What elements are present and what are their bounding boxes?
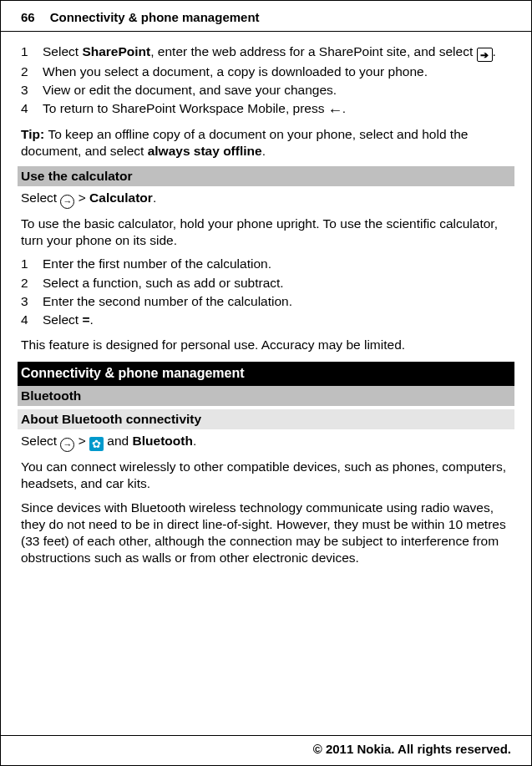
bluetooth-paragraph-2: Since devices with Bluetooth wireless te…: [21, 500, 511, 567]
calculator-steps: 1 Enter the first number of the calculat…: [21, 256, 511, 328]
bold-term: SharePoint: [82, 44, 150, 58]
list-item: 4 Select =.: [21, 312, 511, 328]
calculator-note: This feature is designed for personal us…: [21, 337, 511, 353]
step-text: Enter the second number of the calculati…: [43, 293, 511, 310]
page-footer: © 2011 Nokia. All rights reserved.: [1, 735, 531, 766]
step-number: 2: [21, 275, 43, 292]
list-item: 2 When you select a document, a copy is …: [21, 63, 511, 80]
step-text: Select =.: [43, 312, 511, 328]
list-item: 1 Select SharePoint, enter the web addre…: [21, 43, 511, 63]
step-number: 1: [21, 43, 43, 63]
list-item: 3 Enter the second number of the calcula…: [21, 293, 511, 310]
step-number: 3: [21, 293, 43, 310]
calculator-select-line: Select → > Calculator.: [21, 190, 511, 209]
calculator-description: To use the basic calculator, hold your p…: [21, 216, 511, 249]
step-number: 4: [21, 312, 43, 328]
step-text: Select a function, such as add or subtra…: [43, 275, 511, 292]
text-fragment: .: [262, 144, 266, 158]
step-number: 1: [21, 256, 43, 272]
step-number: 3: [21, 82, 43, 99]
text-fragment: Select: [21, 434, 60, 448]
list-item: 3 View or edit the document, and save yo…: [21, 82, 511, 99]
start-circle-icon: →: [60, 438, 74, 452]
sharepoint-steps: 1 Select SharePoint, enter the web addre…: [21, 43, 511, 118]
text-fragment: Select: [43, 312, 82, 327]
text-fragment: .: [153, 190, 156, 205]
calculator-heading: Use the calculator: [18, 166, 514, 186]
step-text: To return to SharePoint Workspace Mobile…: [43, 100, 511, 118]
step-number: 2: [21, 63, 43, 80]
go-arrow-icon: ➔: [477, 48, 493, 62]
step-number: 4: [21, 100, 43, 118]
text-fragment: Select: [43, 44, 82, 58]
step-text: Select SharePoint, enter the web address…: [43, 43, 511, 63]
step-text: When you select a document, a copy is do…: [43, 63, 511, 80]
connectivity-heading: Connectivity & phone management: [18, 362, 514, 386]
page-content: 1 Select SharePoint, enter the web addre…: [1, 32, 531, 567]
text-fragment: and: [104, 434, 132, 448]
bold-term: Bluetooth: [133, 434, 193, 448]
text-fragment: >: [74, 190, 89, 205]
settings-icon: ✿: [89, 437, 104, 451]
bluetooth-select-line: Select → > ✿ and Bluetooth.: [21, 433, 511, 452]
header-title: Connectivity & phone management: [50, 9, 260, 26]
step-text: Enter the first number of the calculatio…: [43, 256, 511, 272]
text-fragment: Select: [21, 190, 60, 205]
tip-label: Tip:: [21, 127, 48, 141]
bluetooth-heading: Bluetooth: [18, 386, 514, 406]
bluetooth-paragraph-1: You can connect wirelessly to other comp…: [21, 459, 511, 492]
bold-term: Calculator: [89, 190, 153, 205]
back-arrow-icon: ←: [328, 104, 342, 118]
start-circle-icon: →: [60, 195, 74, 209]
text-fragment: >: [74, 434, 89, 448]
text-fragment: To return to SharePoint Workspace Mobile…: [43, 101, 328, 115]
list-item: 2 Select a function, such as add or subt…: [21, 275, 511, 292]
step-text: View or edit the document, and save your…: [43, 82, 511, 99]
page-number: 66: [21, 9, 35, 26]
text-fragment: .: [89, 312, 93, 327]
text-fragment: , enter the web address for a SharePoint…: [150, 44, 476, 58]
page-header: 66 Connectivity & phone management: [1, 1, 531, 32]
list-item: 1 Enter the first number of the calculat…: [21, 256, 511, 272]
list-item: 4 To return to SharePoint Workspace Mobi…: [21, 100, 511, 118]
text-fragment: .: [193, 434, 196, 448]
tip-paragraph: Tip: To keep an offline copy of a docume…: [21, 126, 511, 160]
bold-term: always stay offline: [148, 144, 262, 158]
bluetooth-about-heading: About Bluetooth connectivity: [18, 409, 514, 429]
